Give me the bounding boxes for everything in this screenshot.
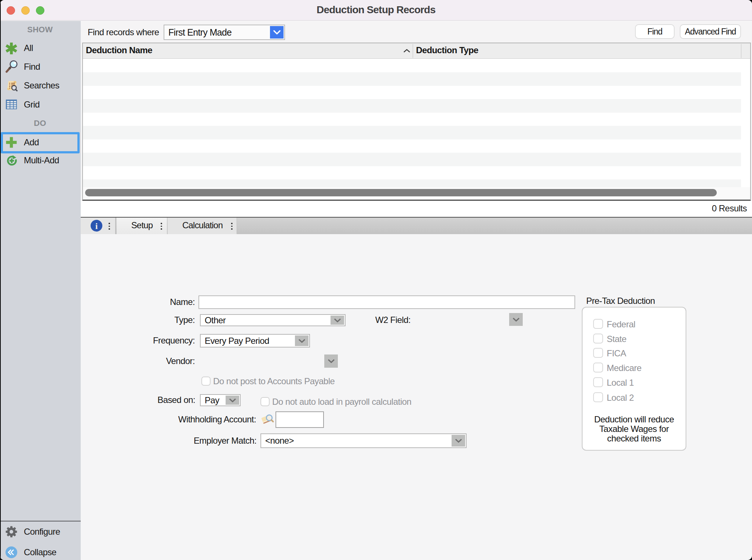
svg-text:i: i [95, 221, 98, 231]
